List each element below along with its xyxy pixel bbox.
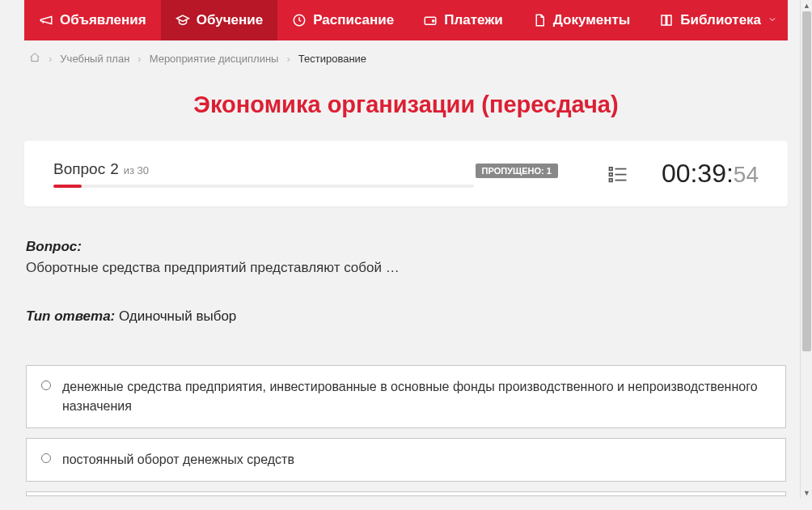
scroll-down-arrow[interactable]: ▼ [801, 487, 812, 499]
home-icon[interactable] [29, 52, 40, 66]
timer-hh: 00 [662, 159, 691, 189]
nav-item-schedule[interactable]: Расписание [277, 0, 408, 40]
option-item[interactable] [26, 491, 786, 496]
clock-icon [292, 13, 307, 28]
chevron-down-icon [768, 12, 777, 28]
option-item[interactable]: денежные средства предприятия, инвестиро… [26, 365, 786, 428]
svg-rect-5 [609, 172, 612, 176]
nav-label: Документы [553, 12, 631, 28]
question-body: Вопрос: Оборотные средства предприятий п… [24, 239, 788, 496]
answer-type-value: Одиночный выбор [119, 308, 236, 324]
nav-item-announcements[interactable]: Объявления [24, 0, 161, 40]
megaphone-icon [39, 13, 53, 28]
timer-ss: 54 [734, 162, 759, 188]
question-of: из 30 [124, 164, 149, 176]
nav-label: Расписание [313, 12, 394, 28]
breadcrumb-testing: Тестирование [298, 53, 366, 65]
nav-label: Объявления [60, 12, 146, 28]
question-status-bar: Вопрос 2 из 30 ПРОПУЩЕНО: 1 [24, 141, 788, 206]
question-word: Вопрос [53, 160, 105, 178]
progress-track [53, 185, 474, 188]
progress-container: ПРОПУЩЕНО: 1 [53, 185, 558, 188]
breadcrumb: › Учебный план › Мероприятие дисциплины … [24, 40, 788, 77]
nav-item-learning[interactable]: Обучение [161, 0, 277, 40]
timer-mm: 39 [697, 159, 726, 189]
progress-fill [53, 185, 82, 188]
breadcrumb-discipline-event[interactable]: Мероприятие дисциплины [150, 53, 279, 65]
option-item[interactable]: постоянный оборот денежных средств [26, 438, 786, 482]
nav-item-documents[interactable]: Документы [518, 0, 645, 40]
option-radio[interactable] [41, 380, 51, 390]
wallet-icon [423, 13, 438, 28]
question-list-button[interactable] [607, 163, 629, 185]
graduation-icon [176, 13, 190, 28]
timer: 00:39:54 [662, 159, 759, 189]
answer-type-row: Тип ответа: Одиночный выбор [26, 308, 786, 325]
question-number: 2 [110, 160, 119, 178]
top-nav: Объявления Обучение Расписание Платежи [24, 0, 788, 40]
option-text: постоянный оборот денежных средств [62, 450, 294, 470]
svg-point-2 [433, 20, 434, 22]
scroll-thumb-vertical[interactable] [802, 11, 811, 351]
book-icon [659, 13, 674, 28]
chevron-right-icon: › [137, 53, 141, 65]
chevron-right-icon: › [286, 53, 290, 65]
document-icon [532, 13, 547, 28]
scroll-up-arrow[interactable]: ▲ [801, 0, 812, 11]
page-title: Экономика организации (пересдача) [24, 91, 788, 118]
nav-item-payments[interactable]: Платежи [408, 0, 518, 40]
chevron-right-icon: › [49, 53, 52, 65]
svg-rect-7 [609, 178, 612, 181]
breadcrumb-study-plan[interactable]: Учебный план [60, 53, 129, 65]
options-list: денежные средства предприятия, инвестиро… [26, 365, 786, 496]
answer-type-label: Тип ответа: [26, 308, 115, 324]
option-radio[interactable] [41, 453, 51, 463]
option-text: денежные средства предприятия, инвестиро… [62, 377, 771, 416]
question-heading: Вопрос: [26, 239, 786, 255]
nav-label: Обучение [197, 12, 263, 28]
missed-badge: ПРОПУЩЕНО: 1 [476, 164, 558, 178]
nav-item-library[interactable]: Библиотека [645, 0, 792, 40]
nav-label: Библиотека [680, 12, 761, 28]
question-text: Оборотные средства предприятий представл… [26, 260, 786, 276]
vertical-scrollbar[interactable]: ▲ ▼ [800, 0, 812, 499]
nav-label: Платежи [444, 12, 503, 28]
svg-rect-3 [609, 167, 612, 170]
